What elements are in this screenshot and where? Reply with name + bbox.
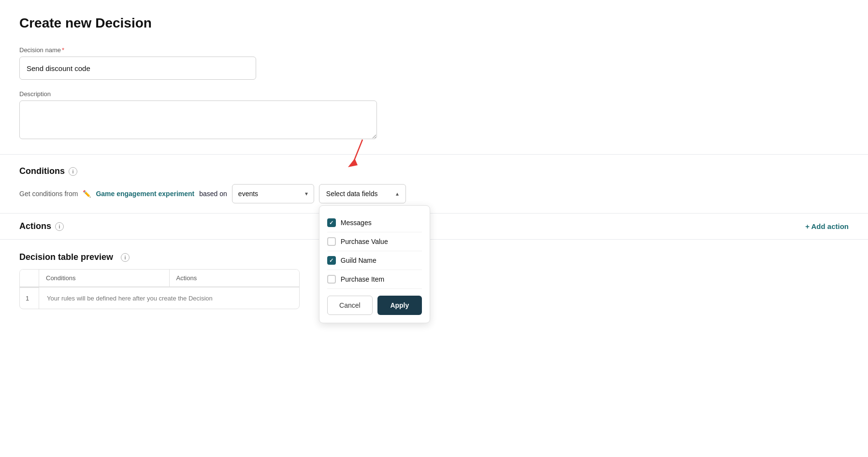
preview-table: Conditions Actions 1 Your rules will be … [19,269,300,309]
table-header-row: Conditions Actions [20,270,299,287]
row-number: 1 [20,287,39,309]
dropdown-item-messages[interactable]: Messages [327,214,422,232]
decision-table-preview-section: Decision table preview i Conditions Acti… [19,243,849,309]
events-dropdown-value: events [238,190,258,198]
data-fields-label: Select data fields [326,190,378,198]
edit-icon[interactable]: ✏️ [83,190,91,198]
divider-above-conditions [0,154,868,155]
conditions-section-title: Conditions i [19,157,849,184]
dropdown-item-purchase-value[interactable]: Purchase Value [327,232,422,251]
description-input[interactable] [19,100,377,139]
messages-label: Messages [341,219,372,227]
col-num-header [20,270,39,286]
actions-section-title: Actions i [19,221,64,231]
actions-section: Actions i + Add action [19,214,849,240]
decision-name-label: Decision name* [19,46,396,54]
chevron-up-icon: ▴ [396,190,399,197]
col-actions-header: Actions [170,270,300,286]
purchase-item-label: Purchase Item [341,275,384,283]
data-fields-panel: Messages Purchase Value Guild Name [319,205,430,323]
rule-text: Your rules will be defined here after yo… [39,287,299,309]
description-label: Description [19,90,396,98]
checkbox-guild-name[interactable] [327,256,336,265]
experiment-link[interactable]: Game engagement experiment [96,190,194,198]
checkbox-purchase-item[interactable] [327,275,336,284]
based-on-label: based on [199,190,227,198]
dropdown-footer: Cancel Apply [327,296,422,315]
table-preview-title: Decision table preview [19,252,113,262]
cancel-button[interactable]: Cancel [327,296,373,315]
checkbox-messages[interactable] [327,218,336,227]
data-fields-dropdown-container: Select data fields ▴ Messages Purchase V… [319,184,406,203]
col-conditions-header: Conditions [39,270,170,286]
purchase-value-label: Purchase Value [341,238,388,245]
decision-name-input[interactable] [19,57,256,80]
add-action-button[interactable]: + Add action [805,222,849,230]
dropdown-item-purchase-item[interactable]: Purchase Item [327,270,422,289]
actions-info-icon[interactable]: i [55,222,64,231]
table-preview-info-icon[interactable]: i [121,253,130,262]
divider-below-actions [0,239,868,240]
data-fields-button[interactable]: Select data fields ▴ [319,184,406,203]
dropdown-item-guild-name[interactable]: Guild Name [327,251,422,270]
table-preview-header: Decision table preview i [19,252,849,262]
guild-name-label: Guild Name [341,257,376,264]
get-conditions-label: Get conditions from [19,190,78,198]
page-title: Create new Decision [19,15,849,31]
table-row: 1 Your rules will be defined here after … [20,287,299,309]
apply-button[interactable]: Apply [377,296,422,315]
actions-header: Actions i + Add action [19,214,849,239]
conditions-info-icon[interactable]: i [69,167,77,176]
table-body: 1 Your rules will be defined here after … [20,287,299,309]
checkbox-purchase-value[interactable] [327,237,336,246]
events-dropdown[interactable]: events ▾ [232,184,314,203]
chevron-down-icon: ▾ [305,190,308,197]
